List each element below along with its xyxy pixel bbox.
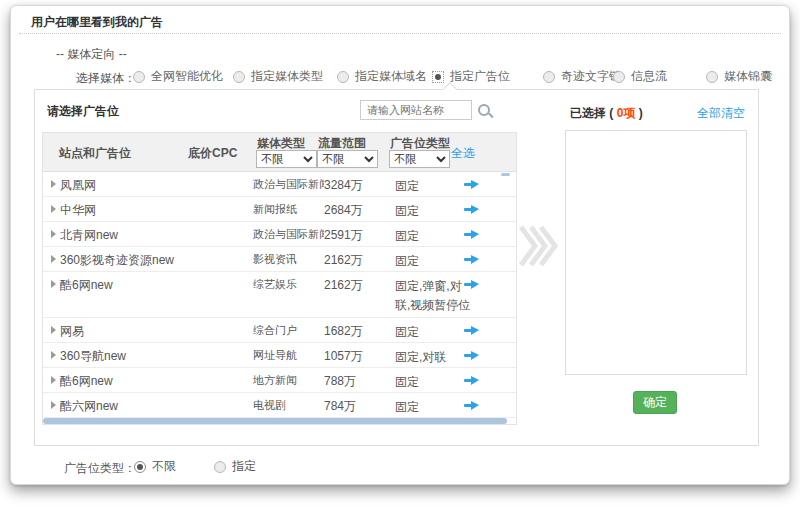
filter-select-0[interactable]: 不限 bbox=[256, 150, 317, 168]
traffic-cell: 2684万 bbox=[324, 202, 363, 219]
selected-count-badge: 0项 bbox=[617, 106, 636, 120]
radio-icon bbox=[432, 71, 444, 83]
table-row[interactable]: 360影视奇迹资源new影视资讯2162万固定 bbox=[43, 247, 516, 272]
selected-items-box bbox=[565, 130, 747, 375]
slot-type-cell: 固定 bbox=[395, 227, 471, 246]
confirm-button[interactable]: 确定 bbox=[633, 391, 677, 414]
radio-icon bbox=[133, 71, 145, 83]
traffic-cell: 2162万 bbox=[324, 277, 363, 294]
expand-caret-icon[interactable] bbox=[51, 180, 56, 188]
slot-type-radio-row: 广告位类型： 不限指定 bbox=[11, 458, 789, 478]
filter-select-1[interactable]: 不限 bbox=[317, 150, 378, 168]
column-header-site: 站点和广告位 bbox=[59, 145, 131, 162]
table-row[interactable]: 酷6网new综艺娱乐2162万固定,弹窗,对联,视频暂停位 bbox=[43, 272, 516, 318]
filter-select-2[interactable]: 不限 bbox=[389, 150, 450, 168]
site-name: 凤凰网 bbox=[60, 177, 96, 194]
slot-type-option-0[interactable]: 不限 bbox=[134, 458, 176, 475]
table-row[interactable]: 网易综合门户1682万固定 bbox=[43, 318, 516, 343]
traffic-cell: 784万 bbox=[324, 398, 356, 415]
placement-table-body: 凤凰网政治与国际新闻3284万固定中华网新闻报纸2684万固定北青网new政治与… bbox=[43, 172, 516, 418]
expand-caret-icon[interactable] bbox=[51, 280, 56, 288]
expand-caret-icon[interactable] bbox=[51, 351, 56, 359]
slot-type-option-label: 指定 bbox=[232, 458, 256, 475]
placement-picker-panel: 请选择广告位 站点和广告位 底价CPC 媒体类型 流量范围 广告位类型 全选 不… bbox=[34, 89, 759, 446]
placement-table-header: 站点和广告位 底价CPC 媒体类型 流量范围 广告位类型 全选 不限不限不限 bbox=[43, 133, 516, 172]
clear-all-link[interactable]: 全部清空 bbox=[697, 105, 745, 122]
slot-type-cell: 固定 bbox=[395, 373, 471, 392]
table-row[interactable]: 凤凰网政治与国际新闻3284万固定 bbox=[43, 172, 516, 197]
media-option-1[interactable]: 指定媒体类型 bbox=[233, 68, 323, 85]
media-option-2[interactable]: 指定媒体域名 bbox=[337, 68, 427, 85]
placement-panel-title: 请选择广告位 bbox=[47, 103, 119, 120]
radio-icon bbox=[214, 461, 226, 473]
site-name: 360导航new bbox=[60, 348, 126, 365]
traffic-cell: 2591万 bbox=[324, 227, 363, 244]
table-row[interactable]: 360导航new网址导航1057万固定,对联 bbox=[43, 343, 516, 368]
media-option-label: 媒体锦囊 bbox=[724, 68, 772, 85]
media-option-3[interactable]: 指定广告位 bbox=[432, 68, 510, 85]
table-row[interactable]: 酷6网new地方新闻788万固定 bbox=[43, 368, 516, 393]
slot-type-cell: 固定 bbox=[395, 177, 471, 196]
media-radio-row: 选择媒体： 全网智能优化指定媒体类型指定媒体域名指定广告位奇迹文字链信息流媒体锦… bbox=[11, 68, 789, 88]
radio-icon bbox=[337, 71, 349, 83]
dotted-separator bbox=[19, 33, 781, 34]
media-type-cell: 网址导航 bbox=[253, 348, 297, 363]
media-option-4[interactable]: 奇迹文字链 bbox=[543, 68, 621, 85]
add-placement-arrow-icon[interactable] bbox=[464, 401, 479, 410]
add-placement-arrow-icon[interactable] bbox=[464, 280, 479, 289]
add-placement-arrow-icon[interactable] bbox=[464, 376, 479, 385]
traffic-cell: 788万 bbox=[324, 373, 356, 390]
media-type-cell: 新闻报纸 bbox=[253, 202, 297, 217]
add-placement-arrow-icon[interactable] bbox=[464, 326, 479, 335]
table-row[interactable]: 北青网new政治与国际新闻2591万固定 bbox=[43, 222, 516, 247]
media-type-cell: 地方新闻 bbox=[253, 373, 297, 388]
site-name: 酷6网new bbox=[60, 277, 113, 294]
add-placement-arrow-icon[interactable] bbox=[464, 180, 479, 189]
site-name: 酷六网new bbox=[60, 398, 118, 415]
radio-icon bbox=[613, 71, 625, 83]
placement-table: 站点和广告位 底价CPC 媒体类型 流量范围 广告位类型 全选 不限不限不限 凤… bbox=[42, 132, 517, 425]
media-option-5[interactable]: 信息流 bbox=[613, 68, 667, 85]
table-row[interactable]: 中华网新闻报纸2684万固定 bbox=[43, 197, 516, 222]
media-type-cell: 综合门户 bbox=[253, 323, 297, 338]
add-placement-arrow-icon[interactable] bbox=[464, 205, 479, 214]
slot-type-option-label: 不限 bbox=[152, 458, 176, 475]
traffic-cell: 1682万 bbox=[324, 323, 363, 340]
media-targeting-section-label: -- 媒体定向 -- bbox=[56, 46, 127, 63]
media-type-cell: 综艺娱乐 bbox=[253, 277, 297, 292]
selected-panel-title: 已选择 ( 0项 ) bbox=[570, 105, 643, 122]
expand-caret-icon[interactable] bbox=[51, 326, 56, 334]
media-option-6[interactable]: 媒体锦囊 bbox=[706, 68, 772, 85]
select-all-link[interactable]: 全选 bbox=[451, 145, 475, 162]
radio-icon bbox=[706, 71, 718, 83]
vertical-scrollbar-thumb[interactable] bbox=[501, 173, 510, 176]
expand-caret-icon[interactable] bbox=[51, 376, 56, 384]
slot-type-cell: 固定 bbox=[395, 398, 471, 417]
site-name: 中华网 bbox=[60, 202, 96, 219]
media-option-label: 指定媒体域名 bbox=[355, 68, 427, 85]
media-option-label: 信息流 bbox=[631, 68, 667, 85]
add-placement-arrow-icon[interactable] bbox=[464, 351, 479, 360]
expand-caret-icon[interactable] bbox=[51, 205, 56, 213]
search-icon[interactable] bbox=[478, 104, 490, 116]
selected-title-prefix: 已选择 ( bbox=[570, 106, 617, 120]
add-placement-arrow-icon[interactable] bbox=[464, 230, 479, 239]
horizontal-scrollbar[interactable] bbox=[43, 418, 507, 424]
site-name: 酷6网new bbox=[60, 373, 113, 390]
selected-title-suffix: ) bbox=[635, 106, 642, 120]
media-option-0[interactable]: 全网智能优化 bbox=[133, 68, 223, 85]
media-option-label: 全网智能优化 bbox=[151, 68, 223, 85]
search-input[interactable] bbox=[360, 100, 472, 120]
expand-caret-icon[interactable] bbox=[51, 255, 56, 263]
media-option-label: 指定媒体类型 bbox=[251, 68, 323, 85]
traffic-cell: 3284万 bbox=[324, 177, 363, 194]
column-header-cpc: 底价CPC bbox=[188, 145, 237, 162]
expand-caret-icon[interactable] bbox=[51, 401, 56, 409]
media-type-cell: 政治与国际新闻 bbox=[253, 177, 330, 192]
table-row[interactable]: 酷六网new电视剧784万固定 bbox=[43, 393, 516, 418]
slot-type-option-1[interactable]: 指定 bbox=[214, 458, 256, 475]
add-placement-arrow-icon[interactable] bbox=[464, 255, 479, 264]
slot-type-cell: 固定 bbox=[395, 323, 471, 342]
expand-caret-icon[interactable] bbox=[51, 230, 56, 238]
traffic-cell: 1057万 bbox=[324, 348, 363, 365]
